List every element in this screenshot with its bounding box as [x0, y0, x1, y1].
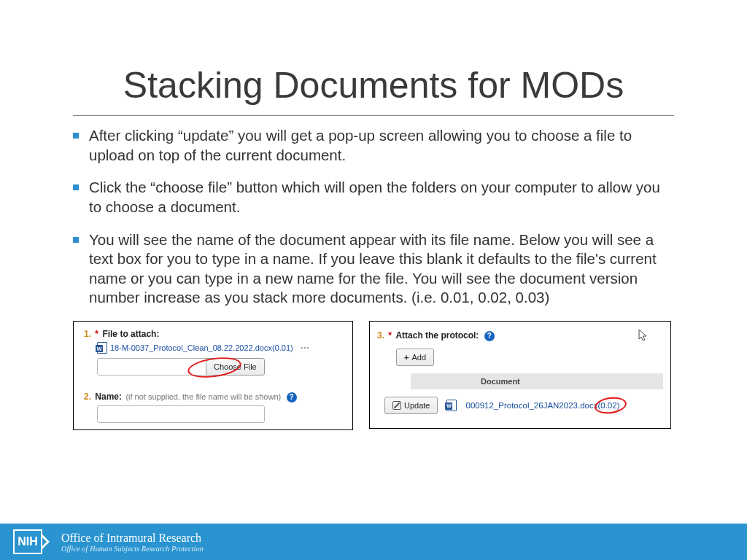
- attach-protocol-header: 3. * Attach the protocol: ?: [377, 330, 663, 341]
- name-label: Name:: [95, 392, 122, 402]
- bullet-2: Click the “choose file” button which wil…: [73, 178, 674, 217]
- word-doc-icon: [97, 342, 107, 354]
- title-rule: [73, 115, 674, 116]
- help-icon[interactable]: ?: [287, 392, 297, 402]
- pencil-icon: [392, 401, 401, 410]
- table-row: Update 000912_Protocol_26JAN2023.docx(0.…: [384, 397, 663, 414]
- slide: Stacking Documents for MODs After clicki…: [0, 0, 747, 560]
- step-number-3: 3.: [377, 330, 384, 341]
- org-title: Office of Intramural Research: [61, 532, 204, 545]
- bullet-list: After clicking “update” you will get a p…: [73, 126, 674, 308]
- nih-logo-text: NIH: [13, 529, 42, 554]
- name-sublabel: (if not supplied, the file name will be …: [125, 392, 281, 401]
- update-button-label: Update: [404, 401, 430, 410]
- choose-file-row: Choose File: [97, 358, 342, 376]
- slide-title: Stacking Documents for MODs: [0, 0, 747, 115]
- nih-logo: NIH: [13, 529, 50, 554]
- attach-protocol-label: Attach the protocol:: [395, 330, 479, 341]
- add-button[interactable]: + Add: [396, 349, 434, 366]
- table-header-document: Document: [411, 373, 663, 389]
- plus-icon: +: [404, 353, 409, 362]
- bullet-1: After clicking “update” you will get a p…: [73, 126, 674, 165]
- footer-bar: NIH Office of Intramural Research Office…: [0, 524, 747, 560]
- screenshot-attach-protocol: 3. * Attach the protocol: ? + Add Docume…: [369, 321, 671, 429]
- step-number-1: 1.: [84, 329, 91, 339]
- bullet-3: You will see the name of the document ap…: [73, 230, 674, 308]
- attached-file-row: 18-M-0037_Protocol_Clean_08.22.2022.docx…: [97, 342, 342, 354]
- add-row: + Add: [396, 349, 663, 366]
- required-asterisk: *: [95, 329, 98, 339]
- screenshots-row: 1. * File to attach: 18-M-0037_Protocol_…: [73, 321, 674, 430]
- protocol-file-link[interactable]: 000912_Protocol_26JAN2023.docx(0.02): [465, 401, 619, 410]
- file-more-icon[interactable]: ⋯: [301, 343, 310, 353]
- help-icon-2[interactable]: ?: [484, 331, 495, 341]
- update-button[interactable]: Update: [384, 397, 438, 414]
- choose-file-button[interactable]: Choose File: [206, 358, 265, 376]
- cursor-icon: [638, 329, 649, 342]
- org-subtitle: Office of Human Subjects Research Protec…: [61, 545, 204, 553]
- name-header: 2. Name: (if not supplied, the file name…: [84, 392, 342, 402]
- name-input[interactable]: [97, 405, 265, 423]
- file-path-input[interactable]: [97, 358, 206, 376]
- required-asterisk-2: *: [388, 330, 392, 341]
- screenshot-file-attach: 1. * File to attach: 18-M-0037_Protocol_…: [73, 321, 353, 430]
- nih-logo-chevron-icon: [42, 534, 50, 549]
- attached-file-link[interactable]: 18-M-0037_Protocol_Clean_08.22.2022.docx…: [110, 343, 293, 352]
- word-doc-icon-2: [446, 400, 457, 411]
- add-button-label: Add: [411, 353, 426, 362]
- name-input-row: [97, 405, 342, 423]
- step-number-2: 2.: [84, 392, 91, 402]
- file-attach-label: File to attach:: [102, 329, 159, 339]
- file-attach-header: 1. * File to attach:: [84, 329, 342, 339]
- org-block: Office of Intramural Research Office of …: [61, 532, 204, 553]
